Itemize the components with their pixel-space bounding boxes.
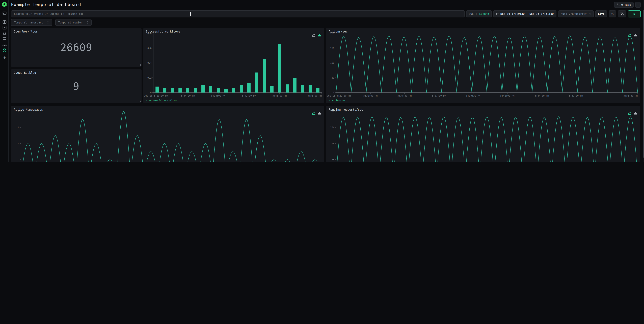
tables-icon[interactable]	[2, 20, 7, 24]
lucene-option[interactable]: Lucene	[479, 12, 489, 15]
line-chart-toggle-icon[interactable]	[628, 111, 632, 115]
svg-text:5:42:00 PM: 5:42:00 PM	[242, 94, 256, 97]
dashboard-page: ⚙ ? D Example Temporal dashboard 0 Tags …	[0, 0, 644, 162]
panel-title: Active Namespaces	[14, 108, 43, 111]
hosts-laptop-icon[interactable]	[2, 36, 7, 41]
filter-button[interactable]	[618, 10, 626, 17]
legend-item[interactable]: — successful workflows	[146, 99, 177, 102]
header-actions: 0 Tags ⋮	[614, 2, 641, 8]
play-icon	[633, 12, 636, 15]
chevron-updown-icon	[46, 21, 49, 24]
svg-text:Dec 16 5:29:30 PM: Dec 16 5:29:30 PM	[327, 94, 351, 97]
granularity-label: Auto Granularity	[561, 12, 586, 15]
svg-text:5:51:30 PM: 5:51:30 PM	[624, 94, 638, 97]
settings-gear-icon[interactable]: ⚙	[2, 56, 7, 60]
svg-text:5:34:00 PM: 5:34:00 PM	[181, 94, 195, 97]
chevron-updown-icon	[588, 12, 591, 15]
svg-text:5:34:30 PM: 5:34:30 PM	[398, 94, 412, 97]
svg-text:4: 4	[18, 142, 20, 145]
line-chart-toggle-icon[interactable]	[312, 111, 316, 115]
panel-active-namespaces: Active Namespaces 02468Dec 16 5:29:30 PM…	[11, 106, 324, 162]
region-filter-label: Temporal region	[58, 21, 82, 24]
date-range-label: Dec 16 17:29:30 - Dec 16 17:51:30	[500, 12, 554, 15]
svg-text:0.6: 0.6	[148, 47, 152, 49]
live-label: Live	[598, 12, 604, 15]
svg-text:5:38:00 PM: 5:38:00 PM	[211, 94, 225, 97]
bar-chart-toggle-icon[interactable]	[318, 33, 321, 37]
svg-text:0: 0	[333, 91, 334, 94]
svg-text:5:51:00 PM: 5:51:00 PM	[308, 94, 322, 97]
sidebar: ⚙ ? D	[0, 0, 9, 162]
svg-text:Dec 16 5:29:30 PM: Dec 16 5:29:30 PM	[144, 94, 168, 97]
svg-text:50: 50	[332, 76, 334, 79]
dashboards-icon[interactable]	[2, 48, 7, 52]
panel-open-workflows: Open Workflows 26609	[11, 28, 142, 67]
svg-text:5:32:00 PM: 5:32:00 PM	[364, 94, 378, 97]
bar-chart-toggle-icon[interactable]	[634, 111, 637, 115]
run-query-button[interactable]	[628, 10, 641, 17]
svg-text:5:46:00 PM: 5:46:00 PM	[272, 94, 286, 97]
kebab-icon: ⋮	[636, 3, 639, 6]
filter-chips: Temporal namespace Temporal region	[11, 19, 92, 26]
legend-item[interactable]: — action/sec	[329, 99, 346, 102]
query-language-toggle[interactable]: SQL | Lucene	[466, 10, 492, 17]
filter-edit-icon	[620, 12, 624, 16]
panel-title: Pending requests/sec	[329, 108, 363, 111]
service-map-icon[interactable]	[2, 42, 7, 47]
tag-icon	[617, 3, 620, 6]
svg-text:5:37:00 PM: 5:37:00 PM	[432, 94, 446, 97]
svg-text:10K: 10K	[330, 142, 334, 145]
svg-text:5:47:00 PM: 5:47:00 PM	[569, 94, 583, 97]
svg-text:0.2: 0.2	[148, 76, 152, 79]
svg-text:5:39:30 PM: 5:39:30 PM	[466, 94, 480, 97]
kebab-menu-button[interactable]: ⋮	[635, 2, 641, 8]
collapse-sidebar-icon[interactable]	[2, 11, 7, 15]
bar-chart-toggle-icon[interactable]	[318, 111, 321, 115]
namespace-filter-select[interactable]: Temporal namespace	[11, 19, 52, 26]
panel-title: Actions/sec	[329, 30, 348, 33]
pending-requests-chart[interactable]: 05K10K15K20KDec 16 5:29:30 PM5:32:00 PM5…	[326, 106, 640, 162]
live-button[interactable]: Live	[595, 10, 607, 17]
date-range-picker[interactable]: Dec 16 17:29:30 - Dec 16 17:51:30	[494, 10, 556, 17]
panel-pending-requests: Pending requests/sec 05K10K15K20KDec 16 …	[326, 106, 640, 162]
scrollbar-thumb[interactable]	[643, 10, 644, 158]
sql-option[interactable]: SQL	[469, 12, 474, 15]
resize-handle[interactable]	[638, 101, 639, 102]
calendar-icon	[496, 12, 499, 15]
granularity-select[interactable]: Auto Granularity	[558, 10, 594, 17]
search-input[interactable]	[11, 10, 464, 17]
region-filter-select[interactable]: Temporal region	[55, 19, 92, 26]
svg-text:5:42:00 PM: 5:42:00 PM	[500, 94, 514, 97]
panel-actions-sec: Actions/sec 050100150200Dec 16 5:29:30 P…	[326, 28, 640, 103]
tags-count-label: 0 Tags	[621, 3, 631, 6]
panel-title: Open Workflows	[14, 30, 38, 33]
main-content: Example Temporal dashboard 0 Tags ⋮ SQL …	[9, 0, 644, 162]
alerts-bell-icon[interactable]	[2, 31, 7, 35]
bar-chart-toggle-icon[interactable]	[634, 33, 637, 37]
panel-title: Queue Backlog	[14, 71, 36, 74]
line-chart-toggle-icon[interactable]	[628, 33, 632, 37]
svg-text:15K: 15K	[330, 126, 334, 129]
line-chart-toggle-icon[interactable]	[312, 33, 316, 37]
chart-legend: — action/sec	[329, 99, 346, 102]
panel-queue-backlog: Queue Backlog 9	[11, 69, 142, 103]
resize-handle[interactable]	[139, 101, 140, 102]
svg-text:150: 150	[330, 47, 334, 49]
resize-handle[interactable]	[139, 64, 140, 66]
metrics-chart-icon[interactable]	[2, 25, 7, 30]
chart-legend: — successful workflows	[146, 99, 177, 102]
svg-text:2: 2	[18, 158, 20, 161]
app-logo-icon[interactable]	[1, 1, 8, 7]
svg-text:0.4: 0.4	[148, 61, 152, 64]
svg-text:0: 0	[150, 91, 152, 94]
actions-sec-chart[interactable]: 050100150200Dec 16 5:29:30 PM5:32:00 PM5…	[326, 28, 640, 103]
tags-button[interactable]: 0 Tags	[614, 2, 634, 8]
scrollbar[interactable]	[643, 0, 644, 162]
resize-handle[interactable]	[322, 101, 323, 102]
successful-workflows-chart[interactable]: 00.20.40.60.8Dec 16 5:29:30 PM5:34:00 PM…	[143, 28, 324, 103]
refresh-button[interactable]: ↻	[609, 10, 616, 17]
panel-title: Successful workflows	[146, 30, 180, 33]
svg-text:5K: 5K	[332, 158, 334, 161]
active-namespaces-chart[interactable]: 02468Dec 16 5:29:30 PM5:32:00 PM5:34:30 …	[11, 106, 324, 162]
panel-successful-workflows: Successful workflows 00.20.40.60.8Dec 16…	[143, 28, 324, 103]
